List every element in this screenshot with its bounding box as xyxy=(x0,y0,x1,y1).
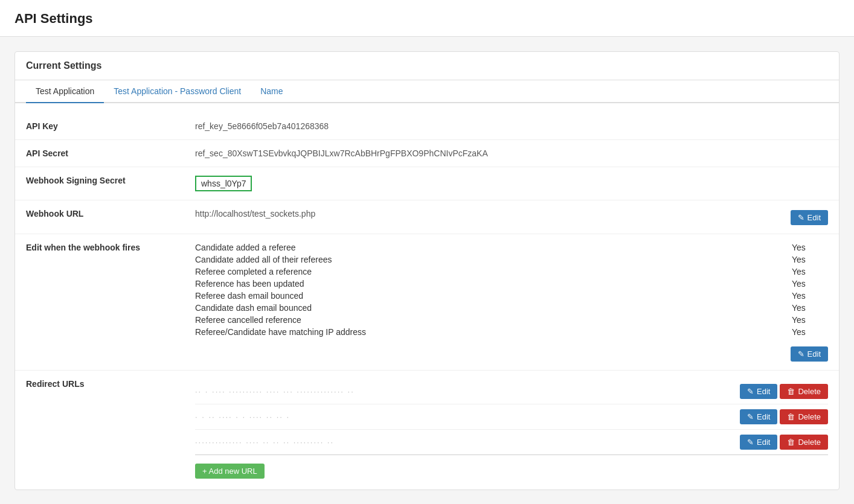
settings-card: Current Settings Test Application Test A… xyxy=(14,51,840,490)
event-label: Referee completed a reference xyxy=(195,267,782,276)
event-label: Referee cancelled reference xyxy=(195,315,782,325)
webhook-url-row-content: http://localhost/test_sockets.php ✎ Edit xyxy=(195,209,828,225)
redirect-urls-row: Redirect URLs ·· · ···· ·········· ···· … xyxy=(15,371,839,490)
api-key-label: API Key xyxy=(15,113,184,140)
signing-secret-box: whss_l0Yp7 xyxy=(195,176,252,191)
redirect-url-item: · · ·· ···· · · ···· ·· ·· ·✎ Edit🗑 Dele… xyxy=(195,404,828,430)
edit-icon: ✎ xyxy=(747,412,754,421)
event-label: Candidate added a referee xyxy=(195,243,782,252)
redirect-url-delete-button-2[interactable]: 🗑 Delete xyxy=(780,435,828,450)
trash-icon: 🗑 xyxy=(787,387,795,396)
event-label: Candidate added all of their referees xyxy=(195,255,782,264)
redirect-url-delete-button-1[interactable]: 🗑 Delete xyxy=(780,409,828,424)
tab-password-client[interactable]: Test Application - Password Client xyxy=(104,80,251,103)
api-key-value: ref_key_5e8666f05eb7a401268368 xyxy=(184,113,839,140)
event-label: Reference has been updated xyxy=(195,279,782,289)
webhook-url-value: http://localhost/test_sockets.php xyxy=(195,209,791,219)
webhook-signing-secret-label: Webhook Signing Secret xyxy=(15,167,184,200)
tabs-bar: Test Application Test Application - Pass… xyxy=(15,80,839,103)
webhook-events-grid: Candidate added a refereeYesCandidate ad… xyxy=(195,243,828,337)
webhook-url-label: Webhook URL xyxy=(15,200,184,234)
webhook-events-actions: ✎ Edit xyxy=(195,346,828,362)
webhook-url-actions: ✎ Edit xyxy=(791,209,828,225)
edit-icon: ✎ xyxy=(798,213,804,222)
redirect-url-actions: ✎ Edit🗑 Delete xyxy=(740,384,828,399)
api-key-row: API Key ref_key_5e8666f05eb7a401268368 xyxy=(15,113,839,140)
event-label: Candidate dash email bounced xyxy=(195,303,782,313)
redirect-url-edit-button-0[interactable]: ✎ Edit xyxy=(740,384,777,399)
redirect-urls-list: ·· · ···· ·········· ···· ··· ··········… xyxy=(195,379,828,455)
api-secret-label: API Secret xyxy=(15,140,184,167)
event-value: Yes xyxy=(792,303,828,313)
webhook-url-cell: http://localhost/test_sockets.php ✎ Edit xyxy=(184,200,839,234)
page-title: API Settings xyxy=(14,11,840,27)
webhook-url-edit-button[interactable]: ✎ Edit xyxy=(791,210,828,225)
tab-name[interactable]: Name xyxy=(251,80,292,103)
edit-icon: ✎ xyxy=(747,387,754,396)
webhook-signing-secret-cell: whss_l0Yp7 xyxy=(184,167,839,200)
webhook-url-row: Webhook URL http://localhost/test_socket… xyxy=(15,200,839,234)
redirect-url-item: ·· · ···· ·········· ···· ··· ··········… xyxy=(195,379,828,404)
redirect-url-delete-button-0[interactable]: 🗑 Delete xyxy=(780,384,828,399)
add-new-url-button[interactable]: + Add new URL xyxy=(195,464,265,479)
event-label: Referee/Candidate have matching IP addre… xyxy=(195,327,782,337)
page-header: API Settings xyxy=(0,0,854,37)
redirect-urls-cell: ·· · ···· ·········· ···· ··· ··········… xyxy=(184,371,839,490)
event-value: Yes xyxy=(792,279,828,289)
edit-icon-2: ✎ xyxy=(798,349,804,359)
event-value: Yes xyxy=(792,291,828,301)
api-secret-row: API Secret ref_sec_80XswT1SEvbvkqJQPBIJL… xyxy=(15,140,839,167)
add-url-section: + Add new URL xyxy=(195,455,828,481)
trash-icon: 🗑 xyxy=(787,412,795,421)
trash-icon: 🗑 xyxy=(787,438,795,447)
page-content: Current Settings Test Application Test A… xyxy=(0,37,854,504)
event-value: Yes xyxy=(792,267,828,276)
api-secret-value: ref_sec_80XswT1SEvbvkqJQPBIJLxw7RcAbBHrP… xyxy=(184,140,839,167)
redirect-url-actions: ✎ Edit🗑 Delete xyxy=(740,409,828,424)
redirect-url-text: · · ·· ···· · · ···· ·· ·· · xyxy=(195,412,740,421)
redirect-urls-label: Redirect URLs xyxy=(15,371,184,490)
webhook-events-edit-button[interactable]: ✎ Edit xyxy=(791,346,828,362)
redirect-url-text: ·· · ···· ·········· ···· ··· ··········… xyxy=(195,387,740,396)
redirect-url-actions: ✎ Edit🗑 Delete xyxy=(740,435,828,450)
tab-test-application[interactable]: Test Application xyxy=(26,80,104,103)
webhook-signing-secret-row: Webhook Signing Secret whss_l0Yp7 xyxy=(15,167,839,200)
event-label: Referee dash email bounced xyxy=(195,291,782,301)
webhook-events-row: Edit when the webhook fires Candidate ad… xyxy=(15,234,839,371)
redirect-url-edit-button-2[interactable]: ✎ Edit xyxy=(740,435,777,450)
webhook-events-label: Edit when the webhook fires xyxy=(15,234,184,371)
redirect-url-text: ·············· ···· ·· ·· ·· ········· ·… xyxy=(195,438,740,447)
webhook-events-cell: Candidate added a refereeYesCandidate ad… xyxy=(184,234,839,371)
event-value: Yes xyxy=(792,243,828,252)
settings-content: API Key ref_key_5e8666f05eb7a401268368 A… xyxy=(15,103,839,490)
redirect-url-edit-button-1[interactable]: ✎ Edit xyxy=(740,409,777,424)
event-value: Yes xyxy=(792,255,828,264)
redirect-url-item: ·············· ···· ·· ·· ·· ········· ·… xyxy=(195,430,828,455)
edit-icon: ✎ xyxy=(747,438,754,447)
settings-table: API Key ref_key_5e8666f05eb7a401268368 A… xyxy=(15,113,839,490)
event-value: Yes xyxy=(792,327,828,337)
card-header: Current Settings xyxy=(15,52,839,80)
event-value: Yes xyxy=(792,315,828,325)
